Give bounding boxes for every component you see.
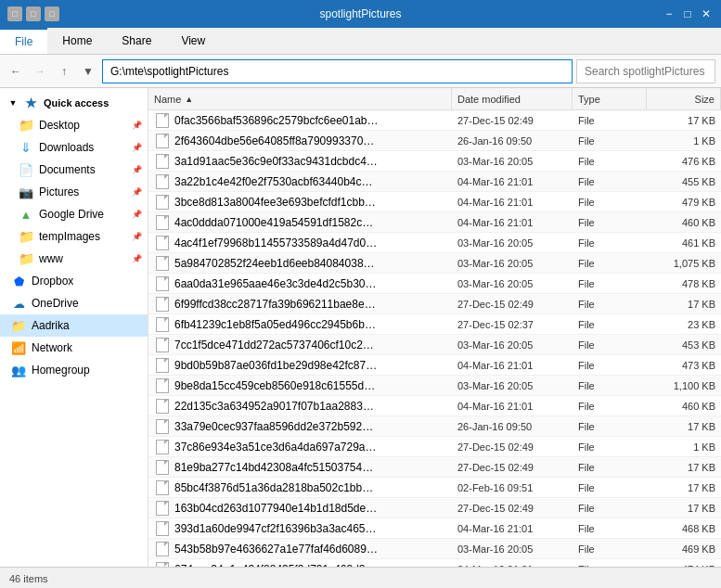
col-header-size-label: Size bbox=[695, 94, 715, 105]
sidebar-label-www: www bbox=[39, 252, 63, 265]
file-date: 04-Mar-16 21:01 bbox=[452, 217, 573, 228]
sidebar-item-quick-access[interactable]: ▼ ★ Quick access bbox=[0, 92, 148, 114]
file-icon bbox=[156, 501, 169, 516]
file-name: 9bd0b59b87ae036fd1be29d98e42fc87ee9... bbox=[174, 359, 379, 372]
col-header-name-label: Name bbox=[154, 94, 181, 105]
file-type: File bbox=[573, 135, 647, 147]
sidebar-item-homegroup[interactable]: 👥 Homegroup bbox=[0, 359, 148, 381]
file-icon bbox=[156, 113, 169, 128]
file-size: 476 KB bbox=[647, 156, 721, 167]
table-row[interactable]: 9be8da15cc459ceb8560e918c61555d0291... 0… bbox=[148, 376, 721, 396]
table-row[interactable]: 85bc4f3876d51a36da2818ba502c1bb867e... 0… bbox=[148, 478, 721, 498]
close-button[interactable]: ✕ bbox=[699, 6, 714, 21]
file-name: 3a22b1c4e42f0e2f7530acbf63440b4c5b97... bbox=[174, 175, 379, 188]
col-header-size[interactable]: Size bbox=[647, 88, 721, 109]
search-input[interactable] bbox=[576, 59, 715, 83]
sidebar-item-onedrive[interactable]: ☁ OneDrive bbox=[0, 292, 148, 314]
table-row[interactable]: 393d1a60de9947cf2f16396b3a3ac4656986... … bbox=[148, 518, 721, 539]
table-row[interactable]: 6f99ffcd38cc28717fa39b696211bae8ed6c... … bbox=[148, 294, 721, 314]
table-row[interactable]: 4ac0ddda071000e419a54591df1582c5b25... 0… bbox=[148, 212, 721, 233]
file-date: 03-Mar-16 20:05 bbox=[452, 258, 573, 269]
table-row[interactable]: 0fac3566baf536896c2579bcfc6ee01ab443... … bbox=[148, 110, 721, 131]
file-name: 5a984702852f24eeb1d6eeb84084038a0c5e... bbox=[174, 257, 379, 270]
table-row[interactable]: 7cc1f5dce471dd272ac5737406cf10c2c3d1... … bbox=[148, 335, 721, 355]
forward-button[interactable]: → bbox=[30, 61, 50, 82]
table-row[interactable]: 33a79e0cec937faa8596dd2e372b59211114... … bbox=[148, 416, 721, 437]
file-icon bbox=[156, 460, 169, 475]
table-row[interactable]: 9bd0b59b87ae036fd1be29d98e42fc87ee9... 0… bbox=[148, 355, 721, 376]
file-type: File bbox=[573, 339, 647, 351]
table-row[interactable]: 81e9ba277c14bd42308a4fc5150375426709... … bbox=[148, 457, 721, 478]
sidebar-item-desktop[interactable]: 📁 Desktop 📌 bbox=[0, 114, 148, 136]
table-row[interactable]: 6fb41239c1eb8f5a05ed496cc2945b6b05e9... … bbox=[148, 314, 721, 335]
file-icon bbox=[156, 338, 169, 352]
sidebar-item-www[interactable]: 📁 www 📌 bbox=[0, 248, 148, 270]
table-row[interactable]: 22d135c3a634952a9017f07b1aa28835fc6b... … bbox=[148, 396, 721, 416]
sidebar-label-dropbox: Dropbox bbox=[32, 275, 73, 288]
sidebar-item-downloads[interactable]: ⇓ Downloads 📌 bbox=[0, 136, 148, 159]
table-row[interactable]: 3bce8d813a8004fee3e693befcfdf1cbb6e3... … bbox=[148, 192, 721, 212]
table-row[interactable]: 674ece24a1a424f88435f3d721c468d2b5f1... … bbox=[148, 559, 721, 567]
file-date: 03-Mar-16 20:05 bbox=[452, 237, 573, 249]
sidebar-item-templimages[interactable]: 📁 tempImages 📌 bbox=[0, 225, 148, 248]
tab-view[interactable]: View bbox=[166, 28, 220, 54]
table-row[interactable]: 543b58b97e4636627a1e77faf46d60891e35... … bbox=[148, 539, 721, 559]
sidebar-item-pictures[interactable]: 📷 Pictures 📌 bbox=[0, 181, 148, 203]
pin-icon-downloads: 📌 bbox=[132, 143, 142, 152]
file-icon bbox=[156, 521, 169, 536]
file-name: 3a1d91aac5e36c9e0f33ac9431dcbdc41c1... bbox=[174, 155, 379, 168]
file-size: 1,075 KB bbox=[647, 258, 721, 269]
pin-icon-pictures: 📌 bbox=[132, 187, 142, 197]
file-type: File bbox=[573, 156, 647, 167]
window-icons[interactable]: □ □ □ bbox=[7, 6, 59, 21]
sidebar-item-google-drive[interactable]: ▲ Google Drive 📌 bbox=[0, 203, 148, 225]
address-input[interactable] bbox=[102, 59, 573, 83]
file-size: 468 KB bbox=[647, 523, 721, 534]
file-rows-container: 0fac3566baf536896c2579bcfc6ee01ab443... … bbox=[148, 110, 721, 567]
maximize-button[interactable]: □ bbox=[680, 6, 695, 21]
minimize-button[interactable]: − bbox=[662, 6, 676, 21]
table-row[interactable]: 4ac4f1ef79968b11455733589a4d47d0283b... … bbox=[148, 233, 721, 253]
file-icon bbox=[156, 134, 169, 148]
tab-home[interactable]: Home bbox=[47, 28, 107, 54]
window-icon-2: □ bbox=[26, 6, 41, 21]
status-bar: 46 items bbox=[0, 567, 721, 588]
col-header-type[interactable]: Type bbox=[573, 88, 647, 109]
sidebar-item-documents[interactable]: 📄 Documents 📌 bbox=[0, 159, 148, 181]
file-type: File bbox=[573, 217, 647, 228]
sidebar-item-network[interactable]: 📶 Network bbox=[0, 337, 148, 359]
file-type: File bbox=[573, 278, 647, 289]
col-header-date[interactable]: Date modified bbox=[452, 88, 573, 109]
file-size: 469 KB bbox=[647, 543, 721, 555]
file-icon bbox=[156, 542, 169, 556]
file-date: 03-Mar-16 20:05 bbox=[452, 278, 573, 289]
file-icon bbox=[156, 215, 169, 230]
file-type: File bbox=[573, 176, 647, 187]
sidebar-item-dropbox[interactable]: ⬟ Dropbox bbox=[0, 270, 148, 292]
up-button[interactable]: ↑ bbox=[54, 61, 74, 82]
recent-button[interactable]: ▼ bbox=[78, 61, 98, 82]
sidebar-item-aadrika[interactable]: 📁 Aadrika bbox=[0, 314, 148, 337]
table-row[interactable]: 2f643604dbe56e64085ff8a79099337026763...… bbox=[148, 131, 721, 151]
file-icon bbox=[156, 317, 169, 332]
pin-icon-gdrive: 📌 bbox=[132, 210, 142, 219]
file-size: 17 KB bbox=[647, 503, 721, 514]
file-icon bbox=[156, 562, 169, 568]
table-row[interactable]: 163b04cd263d1077940e14b1d18d5def4db... 2… bbox=[148, 498, 721, 518]
tab-share[interactable]: Share bbox=[107, 28, 166, 54]
table-row[interactable]: 37c86e934e3a51ce3d6a4da697a729ae4de... 2… bbox=[148, 437, 721, 457]
back-button[interactable]: ← bbox=[6, 61, 26, 82]
file-size: 478 KB bbox=[647, 278, 721, 289]
table-row[interactable]: 3a22b1c4e42f0e2f7530acbf63440b4c5b97... … bbox=[148, 172, 721, 192]
file-date: 04-Mar-16 21:01 bbox=[452, 564, 573, 568]
file-date: 04-Mar-16 21:01 bbox=[452, 401, 573, 412]
col-header-name[interactable]: Name ▲ bbox=[148, 88, 452, 109]
file-size: 479 KB bbox=[647, 197, 721, 208]
window-controls[interactable]: − □ ✕ bbox=[662, 6, 714, 21]
tab-file[interactable]: File bbox=[0, 28, 47, 54]
file-type: File bbox=[573, 462, 647, 473]
folder-yellow-icon: 📁 bbox=[19, 229, 33, 244]
table-row[interactable]: 6aa0da31e965aae46e3c3de4d2c5b30efd8... 0… bbox=[148, 274, 721, 294]
table-row[interactable]: 3a1d91aac5e36c9e0f33ac9431dcbdc41c1... 0… bbox=[148, 151, 721, 172]
table-row[interactable]: 5a984702852f24eeb1d6eeb84084038a0c5e... … bbox=[148, 253, 721, 274]
